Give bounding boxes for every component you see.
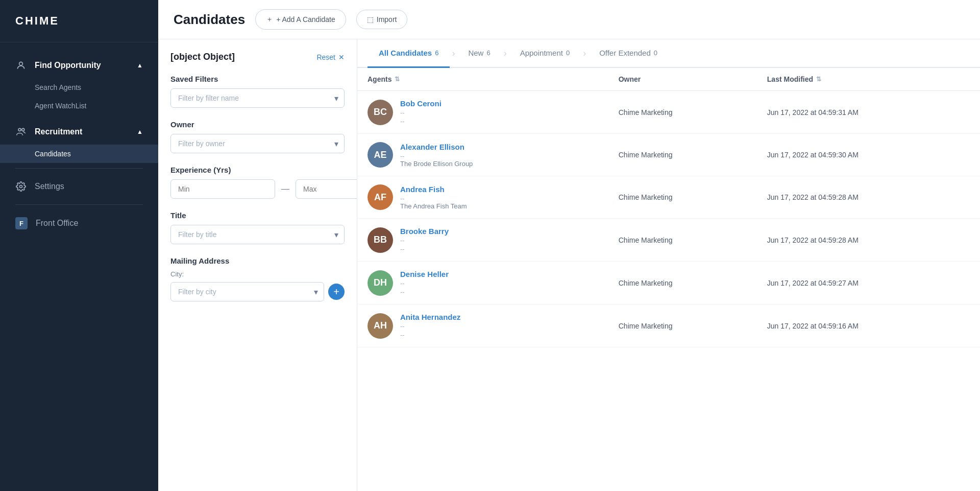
add-candidate-label: + Add A Candidate — [276, 15, 335, 24]
tab-arrow-1: › — [452, 48, 455, 59]
tab-all-label: All Candidates — [379, 49, 432, 57]
avatar-andrea-fish: AF — [368, 184, 393, 210]
date-cell-andrea-fish: Jun 17, 2022 at 04:59:28 AM — [757, 176, 980, 219]
owner-section: Owner Filter by owner ▾ — [170, 120, 345, 153]
experience-row: — — [170, 179, 345, 199]
table-row: BB Brooke Barry -- -- Chime Marketing Ju… — [357, 219, 980, 262]
sidebar-item-settings[interactable]: Settings — [0, 174, 158, 199]
agent-name-andrea-fish[interactable]: Andrea Fish — [400, 185, 467, 194]
agent-detail1-brooke-barry: -- — [400, 237, 449, 244]
sidebar-item-search-agents[interactable]: Search Agents — [0, 78, 158, 97]
experience-min-input[interactable] — [170, 179, 275, 199]
tab-offer-count: 0 — [654, 49, 657, 57]
sidebar-item-find-opportunity[interactable]: Find Opportunity ▲ — [0, 53, 158, 78]
sort-agents-icon[interactable]: ⇅ — [395, 76, 400, 83]
table-row: AH Anita Hernandez -- -- Chime Marketing… — [357, 305, 980, 347]
add-candidate-button[interactable]: ＋ + Add A Candidate — [255, 9, 346, 30]
agent-cell-anita-hernandez: AH Anita Hernandez -- -- — [357, 305, 608, 347]
group-icon — [15, 126, 27, 137]
agent-info-denise-heller: Denise Heller -- -- — [400, 270, 449, 296]
agent-detail1-alexander-ellison: -- — [400, 152, 473, 160]
sidebar-item-recruitment[interactable]: Recruitment ▲ — [0, 119, 158, 145]
import-label: Import — [377, 15, 397, 24]
saved-filters-label: Saved Filters — [170, 75, 345, 83]
col-owner-label: Owner — [619, 75, 641, 83]
table-row: BC Bob Ceroni -- -- Chime Marketing Jun … — [357, 91, 980, 134]
col-owner: Owner — [608, 68, 757, 91]
agent-name-brooke-barry[interactable]: Brooke Barry — [400, 227, 449, 236]
avatar-bob-ceroni: BC — [368, 100, 393, 125]
candidates-panel: All Candidates 6 › New 6 › Appointment 0… — [357, 39, 980, 491]
owner-cell-andrea-fish: Chime Marketing — [608, 176, 757, 219]
mailing-address-section: Mailing Address City: Filter by city ▾ + — [170, 256, 345, 301]
sidebar-item-agent-watchlist[interactable]: Agent WatchList — [0, 97, 158, 115]
table-row: AF Andrea Fish -- The Andrea Fish Team C… — [357, 176, 980, 219]
recruitment-label: Recruitment — [35, 127, 82, 136]
sort-modified-icon[interactable]: ⇅ — [816, 76, 821, 83]
owner-label: Owner — [170, 120, 345, 129]
agent-name-denise-heller[interactable]: Denise Heller — [400, 270, 449, 278]
table-header-row: Agents ⇅ Owner Last Modified ⇅ — [357, 68, 980, 91]
candidates-table-element: Agents ⇅ Owner Last Modified ⇅ — [357, 68, 980, 347]
city-add-button[interactable]: + — [328, 284, 345, 300]
agent-name-anita-hernandez[interactable]: Anita Hernandez — [400, 313, 460, 321]
table-row: AE Alexander Ellison -- The Brode Elliso… — [357, 134, 980, 176]
sidebar-item-front-office[interactable]: F Front Office — [0, 210, 158, 237]
sidebar-nav: Find Opportunity ▲ Search Agents Agent W… — [0, 42, 158, 491]
owner-cell-alexander-ellison: Chime Marketing — [608, 134, 757, 176]
tab-new-label: New — [468, 49, 483, 57]
filter-panel: [object Object] Reset ✕ Saved Filters Fi… — [158, 39, 357, 491]
find-opportunity-label: Find Opportunity — [35, 61, 101, 70]
experience-section: Experience (Yrs) — — [170, 166, 345, 199]
agent-detail1-anita-hernandez: -- — [400, 322, 460, 330]
candidates-table: Agents ⇅ Owner Last Modified ⇅ — [357, 68, 980, 491]
agent-name-bob-ceroni[interactable]: Bob Ceroni — [400, 99, 442, 108]
experience-max-input[interactable] — [296, 179, 357, 199]
tab-all-candidates[interactable]: All Candidates 6 — [368, 39, 450, 68]
page-title: Candidates — [174, 12, 245, 28]
date-cell-alexander-ellison: Jun 17, 2022 at 04:59:30 AM — [757, 134, 980, 176]
agent-detail1-denise-heller: -- — [400, 279, 449, 287]
col-agents: Agents ⇅ — [357, 68, 608, 91]
import-button[interactable]: ⬚ Import — [356, 10, 408, 29]
agent-detail2-brooke-barry: -- — [400, 245, 449, 253]
tab-offer-extended[interactable]: Offer Extended 0 — [588, 39, 669, 68]
person-icon — [15, 60, 27, 71]
svg-point-0 — [19, 62, 23, 65]
plus-icon: ＋ — [266, 15, 273, 24]
plus-icon-2: + — [333, 286, 339, 298]
title-wrapper: Filter by title ▾ — [170, 225, 345, 244]
city-select[interactable]: Filter by city — [170, 282, 324, 301]
svg-point-2 — [22, 128, 24, 131]
agent-detail2-bob-ceroni: -- — [400, 118, 442, 125]
avatar-brooke-barry: BB — [368, 227, 393, 253]
saved-filters-select[interactable]: Filter by filter name — [170, 88, 345, 108]
sidebar: CHIME Find Opportunity ▲ Search Agents A… — [0, 0, 158, 491]
logo-icon: CHIME — [15, 14, 59, 28]
col-agents-label: Agents — [368, 75, 391, 83]
experience-dash: — — [281, 184, 289, 194]
reset-button[interactable]: Reset ✕ — [316, 53, 345, 61]
tab-all-count: 6 — [435, 49, 438, 57]
agent-info-andrea-fish: Andrea Fish -- The Andrea Fish Team — [400, 185, 467, 210]
agent-company-andrea-fish: The Andrea Fish Team — [400, 202, 467, 210]
tab-new[interactable]: New 6 — [457, 39, 501, 68]
mailing-address-label: Mailing Address — [170, 256, 345, 265]
city-wrapper: Filter by city ▾ — [170, 282, 324, 301]
date-cell-anita-hernandez: Jun 17, 2022 at 04:59:16 AM — [757, 305, 980, 347]
gear-icon — [15, 181, 27, 192]
title-select[interactable]: Filter by title — [170, 225, 345, 244]
chevron-up-icon: ▲ — [137, 62, 143, 69]
agent-name-alexander-ellison[interactable]: Alexander Ellison — [400, 143, 473, 151]
agent-info-alexander-ellison: Alexander Ellison -- The Brode Ellison G… — [400, 143, 473, 168]
owner-select[interactable]: Filter by owner — [170, 134, 345, 153]
agent-cell-alexander-ellison: AE Alexander Ellison -- The Brode Elliso… — [357, 134, 608, 176]
sidebar-item-candidates[interactable]: Candidates — [0, 145, 158, 163]
city-label: City: — [170, 270, 345, 278]
svg-point-1 — [18, 128, 21, 131]
tab-arrow-3: › — [583, 48, 586, 59]
saved-filters-section: Saved Filters Filter by filter name ▾ — [170, 75, 345, 108]
date-cell-denise-heller: Jun 17, 2022 at 04:59:27 AM — [757, 262, 980, 305]
owner-cell-anita-hernandez: Chime Marketing — [608, 305, 757, 347]
tab-appointment[interactable]: Appointment 0 — [509, 39, 581, 68]
